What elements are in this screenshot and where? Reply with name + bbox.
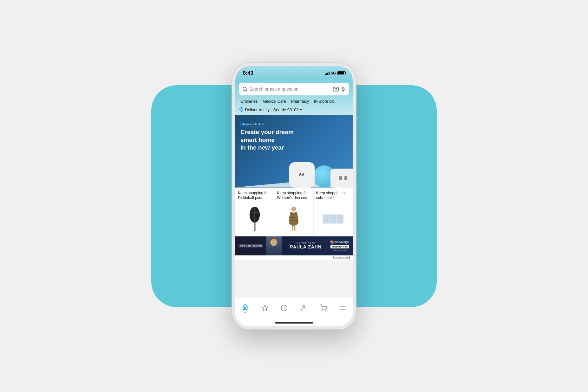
svg-point-13 bbox=[291, 206, 296, 211]
thermostat-icon: 6A bbox=[295, 168, 309, 182]
card-image-dress bbox=[277, 205, 310, 233]
svg-rect-12 bbox=[254, 222, 255, 231]
shopping-card-pickleball[interactable]: Keep shopping for Pickleball padd... bbox=[235, 188, 274, 236]
ad-right-section: discovery+ subscribe now Terms apply bbox=[330, 240, 350, 252]
keep-shopping-section: Keep shopping for Pickleball padd... bbox=[235, 188, 353, 236]
network-label: 5G bbox=[331, 71, 336, 75]
nav-item-account[interactable] bbox=[294, 304, 314, 312]
svg-rect-19 bbox=[294, 226, 296, 231]
camera-icon[interactable] bbox=[333, 86, 339, 92]
icemold-icon bbox=[322, 213, 344, 225]
search-bar[interactable]: Search or ask a question bbox=[239, 83, 349, 95]
card-title-icemold: Keep shoppi... Ice cube mold bbox=[316, 191, 350, 202]
tab-groceries[interactable]: Groceries bbox=[238, 99, 260, 104]
search-placeholder-text: Search or ask a question bbox=[249, 87, 331, 92]
sponsored-label: Sponsored ℹ bbox=[333, 256, 350, 260]
home-indicator bbox=[235, 321, 353, 326]
card-image-pickleball bbox=[238, 205, 271, 233]
status-bar: 8:43 5G bbox=[235, 66, 353, 80]
location-icon bbox=[239, 107, 244, 112]
smart-home-banner[interactable]: works with alexa Create your dream smart… bbox=[235, 115, 353, 188]
tab-medical-care[interactable]: Medical Care bbox=[260, 99, 289, 104]
svg-rect-18 bbox=[292, 226, 294, 231]
banner-devices: 6A bbox=[289, 162, 353, 188]
delivery-text: Deliver to Lily - Seattle 98102 bbox=[245, 107, 299, 112]
subscribe-button[interactable]: subscribe now bbox=[330, 245, 349, 248]
shopping-cards-row: Keep shopping for Pickleball padd... bbox=[235, 188, 353, 236]
ad-show-tag: ON THE CASE bbox=[297, 242, 315, 244]
ad-content: ON THE CASE PAULA ZAHN bbox=[284, 242, 328, 249]
alexa-badge-text: works with alexa bbox=[245, 123, 264, 125]
discovery-circle-icon bbox=[330, 240, 334, 244]
svg-point-26 bbox=[322, 310, 323, 311]
home-active-indicator bbox=[245, 312, 246, 313]
svg-point-6 bbox=[241, 109, 242, 110]
main-content: works with alexa Create your dream smart… bbox=[235, 115, 353, 298]
banner-title: Create your dream smart home in the new … bbox=[240, 128, 297, 152]
ad-banner[interactable]: prime video | channels ON THE CASE PAULA… bbox=[235, 236, 353, 255]
nav-tabs: Groceries Medical Care Pharmacy In-Store… bbox=[235, 98, 353, 106]
svg-point-2 bbox=[335, 88, 337, 90]
ad-terms: Terms apply bbox=[334, 249, 346, 252]
alexa-ring-icon bbox=[242, 123, 245, 125]
delivery-bar[interactable]: Deliver to Lily - Seattle 98102 ▾ bbox=[235, 106, 353, 115]
svg-point-0 bbox=[243, 87, 246, 91]
account-icon bbox=[300, 304, 308, 312]
dress-icon bbox=[286, 205, 302, 233]
plug-hole-right bbox=[344, 176, 347, 180]
bottom-nav bbox=[235, 298, 353, 321]
nav-item-updates[interactable] bbox=[274, 304, 294, 312]
thermostat-device: 6A bbox=[289, 162, 315, 188]
shopping-card-dress[interactable]: Keep shopping for Women's dresses bbox=[274, 188, 313, 236]
svg-point-25 bbox=[303, 305, 305, 308]
nav-item-menu[interactable] bbox=[333, 304, 353, 312]
chevron-down-icon: ▾ bbox=[300, 108, 302, 112]
microphone-icon[interactable] bbox=[341, 86, 346, 92]
status-time: 8:43 bbox=[243, 70, 253, 76]
smart-plug-device bbox=[330, 169, 353, 188]
ad-person-image bbox=[266, 236, 282, 255]
battery-icon bbox=[337, 71, 345, 75]
nav-item-cart[interactable] bbox=[314, 304, 333, 312]
plug-holes bbox=[339, 176, 347, 180]
sponsored-bar: Sponsored ℹ bbox=[235, 255, 353, 260]
phone-frame: 8:43 5G Search or ask a question bbox=[232, 63, 356, 329]
discover-icon bbox=[261, 304, 269, 312]
nav-item-discover[interactable] bbox=[255, 304, 275, 312]
svg-line-1 bbox=[246, 90, 247, 91]
nav-item-home[interactable] bbox=[235, 303, 255, 313]
ad-name: PAULA ZAHN bbox=[290, 244, 322, 249]
card-title-dress: Keep shopping for Women's dresses bbox=[277, 191, 310, 202]
cart-icon bbox=[319, 304, 328, 312]
prime-video-logo: prime video | channels bbox=[238, 244, 263, 247]
paddle-icon bbox=[248, 205, 261, 233]
app-header: Search or ask a question Groceries bbox=[235, 80, 353, 115]
search-bar-container: Search or ask a question bbox=[235, 80, 353, 98]
person-face bbox=[270, 239, 277, 246]
discovery-text: discovery+ bbox=[335, 241, 350, 244]
plug-hole-left bbox=[339, 176, 342, 180]
tab-instore[interactable]: In-Store Co... bbox=[311, 99, 340, 104]
updates-icon bbox=[280, 304, 288, 312]
home-icon bbox=[241, 303, 249, 311]
svg-rect-21 bbox=[323, 215, 330, 223]
works-with-alexa-badge: works with alexa bbox=[240, 122, 266, 126]
svg-text:6A: 6A bbox=[299, 172, 305, 177]
svg-rect-3 bbox=[343, 87, 344, 89]
signal-bars-icon bbox=[325, 71, 330, 75]
phone-wrapper: 8:43 5G Search or ask a question bbox=[232, 63, 356, 329]
svg-rect-22 bbox=[330, 215, 336, 223]
home-bar bbox=[275, 322, 313, 324]
card-title-pickleball: Keep shopping for Pickleball padd... bbox=[238, 191, 271, 202]
card-image-icemold bbox=[316, 205, 350, 233]
search-icon bbox=[242, 87, 247, 92]
tab-pharmacy[interactable]: Pharmacy bbox=[289, 99, 311, 104]
status-icons: 5G bbox=[325, 71, 345, 75]
shopping-card-icemold[interactable]: Keep shoppi... Ice cube mold bbox=[314, 188, 353, 236]
battery-fill bbox=[338, 72, 344, 74]
menu-icon bbox=[339, 304, 347, 312]
svg-point-27 bbox=[325, 310, 326, 311]
discovery-logo: discovery+ bbox=[330, 240, 350, 244]
svg-rect-23 bbox=[337, 215, 343, 223]
